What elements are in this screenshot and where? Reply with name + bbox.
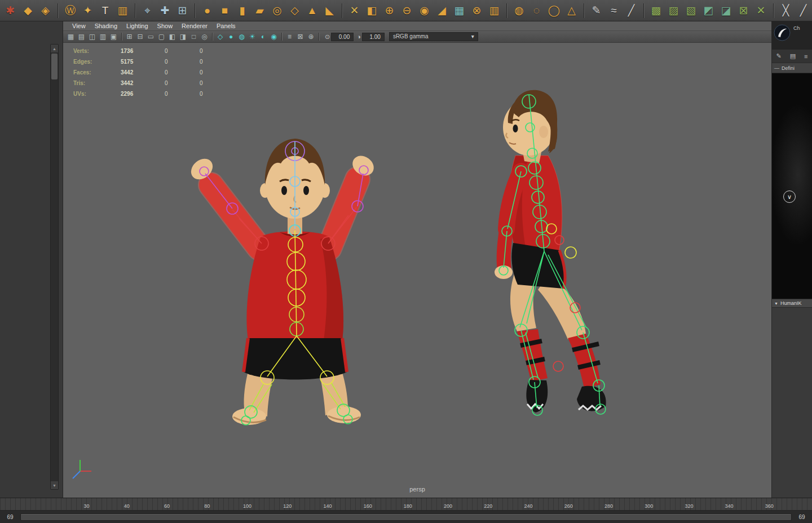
toolbar-separator: [121, 33, 122, 41]
safe-action-icon[interactable]: □: [188, 32, 199, 42]
scroll-up-icon[interactable]: ▲: [51, 45, 58, 52]
screen-space-ao-icon[interactable]: ◉: [268, 32, 279, 42]
menu-shading[interactable]: Shading: [90, 23, 122, 29]
definition-tab[interactable]: — Defini: [772, 63, 812, 73]
hud-label: Edges:: [73, 59, 121, 65]
poly-plane-icon[interactable]: ▰: [251, 2, 268, 19]
image-plane-icon[interactable]: ▣: [108, 32, 119, 42]
motion-blur-icon[interactable]: ≡: [284, 32, 295, 42]
menu-renderer[interactable]: Renderer: [177, 23, 212, 29]
scrollbar-thumb[interactable]: [51, 54, 58, 79]
range-end-value[interactable]: 69: [796, 514, 807, 520]
curve-cv-icon[interactable]: ≈: [605, 2, 623, 19]
relax-icon[interactable]: ◌: [528, 2, 545, 19]
extrude-icon[interactable]: ▲: [303, 2, 321, 19]
character-model-2[interactable]: [495, 90, 606, 413]
separate-icon[interactable]: ⊖: [398, 2, 416, 19]
bookmark-icon[interactable]: ▥: [98, 32, 108, 42]
curve-pencil-icon[interactable]: ✎: [588, 2, 605, 19]
align-icon[interactable]: ╳: [777, 2, 795, 19]
snap-move-icon[interactable]: ✚: [156, 2, 174, 19]
combine-icon[interactable]: ⊕: [381, 2, 398, 19]
film-gate-icon[interactable]: ▭: [145, 32, 156, 42]
resolution-gate-icon[interactable]: ▢: [156, 32, 167, 42]
scroll-down-icon[interactable]: ▼: [51, 481, 58, 489]
reduce-icon[interactable]: ⊠: [735, 2, 752, 19]
viewport-canvas[interactable]: Verts:173600Edges:517500Faces:344200Tris…: [63, 43, 771, 498]
character-model-1[interactable]: [187, 139, 378, 425]
poly-sphere-icon[interactable]: ●: [198, 2, 216, 19]
use-all-lights-icon[interactable]: ☀: [247, 32, 258, 42]
exposure-field[interactable]: 0.00: [331, 33, 354, 41]
diamond-primitive-icon[interactable]: ◆: [19, 2, 37, 19]
range-start-value[interactable]: 69: [5, 514, 16, 520]
hud-value: 5175: [121, 59, 165, 65]
svg-tool-icon[interactable]: ▥: [114, 2, 131, 19]
lock-camera-icon[interactable]: ▤: [76, 32, 87, 42]
range-slider-bar[interactable]: [20, 513, 792, 521]
menu-show[interactable]: Show: [153, 23, 178, 29]
remesh-icon[interactable]: ◩: [700, 2, 717, 19]
hud-label: Faces:: [73, 69, 121, 76]
multisample-aa-icon[interactable]: ⊠: [295, 32, 306, 42]
menu-view[interactable]: View: [68, 23, 90, 29]
starburst-icon[interactable]: ✱: [2, 2, 19, 19]
poly-cube-icon[interactable]: ■: [216, 2, 233, 19]
grab-icon[interactable]: ◯: [545, 2, 563, 19]
target-weld-icon[interactable]: ⊗: [468, 2, 486, 19]
quad-draw-icon[interactable]: ▦: [451, 2, 468, 19]
text-tool-icon[interactable]: T: [96, 2, 114, 19]
snap-together-icon[interactable]: ╱: [795, 2, 812, 19]
humanik-section-header[interactable]: ▼ HumanIK: [772, 299, 812, 308]
sculpt-icon[interactable]: ◍: [510, 2, 528, 19]
shadows-icon[interactable]: ◐: [258, 32, 268, 42]
smooth-icon[interactable]: ◉: [416, 2, 433, 19]
left-panel-scrollbar[interactable]: ▲ ▼: [50, 44, 59, 490]
pencil-icon[interactable]: ✎: [776, 52, 781, 60]
boolean-difference-icon[interactable]: ▨: [665, 2, 682, 19]
mirror-icon[interactable]: ◧: [363, 2, 381, 19]
menu-lighting[interactable]: Lighting: [122, 23, 153, 29]
crease-icon[interactable]: ◢: [433, 2, 451, 19]
spark-diamond-icon[interactable]: ✦: [79, 2, 96, 19]
circle-w-badge-icon[interactable]: Ⓦ: [61, 2, 79, 19]
textured-mode-icon[interactable]: ◍: [236, 32, 247, 42]
contrast-field[interactable]: 1.00: [362, 33, 385, 41]
character-preview[interactable]: ∨: [772, 73, 812, 299]
snap-grid-icon[interactable]: ⊞: [174, 2, 191, 19]
safe-title-icon[interactable]: ◎: [199, 32, 210, 42]
grid-toggle-icon[interactable]: ⊟: [135, 32, 145, 42]
retopologize-icon[interactable]: ◪: [717, 2, 735, 19]
layers-icon[interactable]: ▤: [790, 52, 796, 60]
camera-attributes-icon[interactable]: ◫: [87, 32, 98, 42]
menu-panels[interactable]: Panels: [212, 23, 240, 29]
time-slider[interactable]: 3040608010012014016018020022024026028030…: [0, 498, 812, 511]
field-chart-icon[interactable]: ◨: [178, 32, 188, 42]
channel-box-tab[interactable]: Ch: [793, 25, 800, 31]
pinch-icon[interactable]: △: [563, 2, 580, 19]
boolean-intersect-icon[interactable]: ▧: [682, 2, 700, 19]
curve-ep-icon[interactable]: ╱: [623, 2, 640, 19]
expand-circle-icon[interactable]: ∨: [783, 190, 796, 203]
toolbar-separator: [212, 33, 213, 41]
gate-mask-icon[interactable]: ◧: [167, 32, 178, 42]
hud-col3: 0: [200, 69, 235, 76]
cleanup-icon[interactable]: ✕: [752, 2, 770, 19]
xray-icon[interactable]: ⊕: [306, 32, 316, 42]
platonic-solid-icon[interactable]: ◇: [286, 2, 303, 19]
options-icon[interactable]: ≡: [804, 53, 807, 60]
multi-cut-icon[interactable]: ✕: [346, 2, 363, 19]
time-tick-label: 80: [187, 503, 227, 509]
gamma-dropdown[interactable]: sRGB gamma ▾: [389, 32, 478, 41]
wireframe-mode-icon[interactable]: ◇: [215, 32, 226, 42]
shaded-mode-icon[interactable]: ●: [226, 32, 236, 42]
boolean-union-icon[interactable]: ▩: [647, 2, 665, 19]
2d-pan-zoom-icon[interactable]: ⊞: [124, 32, 135, 42]
poly-cylinder-icon[interactable]: ▮: [233, 2, 251, 19]
gem-primitive-icon[interactable]: ◈: [37, 2, 54, 19]
bevel-icon[interactable]: ◣: [321, 2, 338, 19]
select-camera-icon[interactable]: ▦: [65, 32, 76, 42]
poly-torus-icon[interactable]: ◎: [268, 2, 286, 19]
insert-edge-loop-icon[interactable]: ▥: [486, 2, 503, 19]
snap-target-icon[interactable]: ⌖: [139, 2, 156, 19]
